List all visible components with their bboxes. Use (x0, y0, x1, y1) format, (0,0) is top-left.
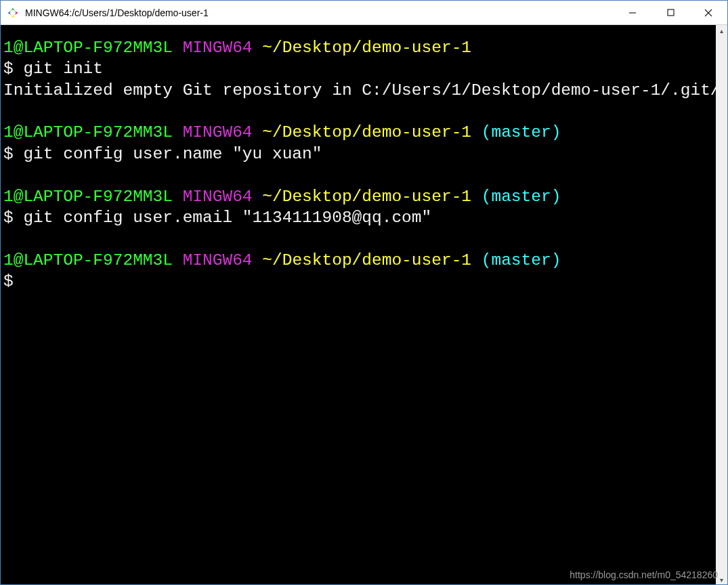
prompt-env: MINGW64 (183, 123, 253, 142)
prompt-branch: master) (491, 188, 561, 206)
titlebar: MINGW64:/c/Users/1/Desktop/demo-user-1 (1, 1, 727, 25)
prompt-env: MINGW64 (183, 39, 253, 57)
prompt-user: 1@LAPTOP-F972MM3L (3, 188, 173, 206)
prompt-branch-part: m (491, 123, 501, 142)
scrollbar[interactable]: ▴ ▾ (716, 25, 727, 585)
prompt-symbol: $ (3, 272, 14, 290)
svg-marker-2 (11, 15, 15, 18)
prompt-symbol: $ (3, 145, 14, 163)
prompt-paren: ( (481, 251, 492, 269)
app-icon (6, 6, 20, 20)
prompt-branch: master) (491, 251, 561, 269)
terminal-container: 1@LAPTOP-F972MM3L MINGW64 ~/Desktop/demo… (1, 25, 727, 585)
prompt-user: 1@LAPTOP-F972MM3L (3, 123, 173, 142)
prompt-user: 1@LAPTOP-F972MM3L (3, 251, 173, 269)
svg-marker-0 (11, 7, 15, 11)
command-text: git init (14, 60, 103, 78)
prompt-path: ~/Desktop/demo-user-1 (262, 39, 471, 57)
prompt-symbol: $ (3, 60, 14, 78)
scroll-up-icon[interactable]: ▴ (716, 25, 727, 37)
prompt-path: ~/Desktop/demo-user-1 (262, 251, 471, 269)
prompt-symbol: $ (3, 209, 14, 227)
command-text: git config user.email "1134111908@qq.com… (14, 209, 432, 227)
svg-rect-5 (668, 9, 674, 16)
maximize-button[interactable] (651, 1, 689, 24)
prompt-env: MINGW64 (183, 188, 253, 206)
output-text: Initialized empty Git repository in C:/U… (3, 81, 721, 100)
prompt-paren: ( (481, 123, 492, 142)
prompt-branch-part: aster) (501, 123, 561, 142)
minimize-button[interactable] (614, 1, 651, 24)
window-controls (614, 1, 727, 24)
svg-marker-3 (8, 11, 12, 15)
svg-marker-1 (15, 11, 18, 15)
prompt-path: ~/Desktop/demo-user-1 (262, 188, 471, 206)
window-title: MINGW64:/c/Users/1/Desktop/demo-user-1 (25, 7, 209, 18)
command-text: git config user.name "yu xuan" (14, 145, 322, 163)
terminal[interactable]: 1@LAPTOP-F972MM3L MINGW64 ~/Desktop/demo… (1, 25, 727, 585)
watermark-text: https://blog.csdn.net/m0_54218260 (570, 569, 718, 580)
prompt-user: 1@LAPTOP-F972MM3L (3, 39, 173, 57)
prompt-paren: ( (481, 188, 492, 206)
prompt-env: MINGW64 (183, 251, 253, 269)
close-button[interactable] (689, 1, 727, 24)
prompt-path: ~/Desktop/demo-user-1 (262, 123, 471, 142)
